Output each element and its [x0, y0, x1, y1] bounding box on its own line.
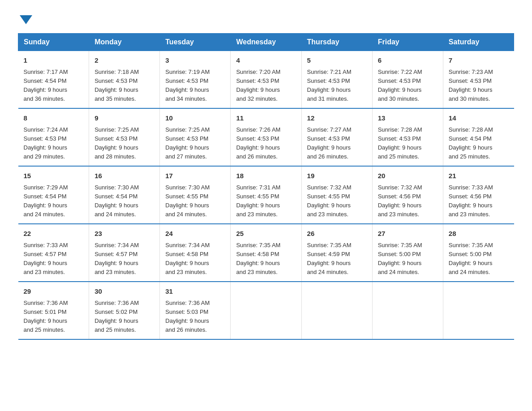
weekday-header-saturday: Saturday: [443, 34, 514, 51]
day-number: 20: [378, 171, 438, 181]
calendar-week-row: 15 Sunrise: 7:29 AMSunset: 4:54 PMDaylig…: [18, 166, 514, 224]
day-number: 8: [24, 113, 84, 124]
day-number: 28: [449, 229, 509, 239]
calendar-cell: 5 Sunrise: 7:21 AMSunset: 4:53 PMDayligh…: [301, 51, 372, 109]
calendar-week-row: 22 Sunrise: 7:33 AMSunset: 4:57 PMDaylig…: [18, 224, 514, 282]
calendar-cell: 30 Sunrise: 7:36 AMSunset: 5:02 PMDaylig…: [89, 282, 160, 339]
calendar-cell: 26 Sunrise: 7:35 AMSunset: 4:59 PMDaylig…: [301, 224, 372, 282]
day-info: Sunrise: 7:32 AMSunset: 4:55 PMDaylight:…: [307, 183, 367, 219]
day-number: 16: [94, 171, 154, 181]
weekday-header-thursday: Thursday: [301, 34, 372, 51]
day-number: 9: [94, 113, 154, 124]
calendar-cell: 7 Sunrise: 7:23 AMSunset: 4:53 PMDayligh…: [443, 51, 514, 109]
calendar-cell: [301, 282, 372, 339]
day-number: 30: [94, 287, 154, 297]
calendar-week-row: 1 Sunrise: 7:17 AMSunset: 4:54 PMDayligh…: [18, 51, 514, 109]
calendar-cell: 15 Sunrise: 7:29 AMSunset: 4:54 PMDaylig…: [18, 166, 89, 224]
calendar-cell: 13 Sunrise: 7:28 AMSunset: 4:53 PMDaylig…: [372, 108, 443, 166]
day-info: Sunrise: 7:17 AMSunset: 4:54 PMDaylight:…: [24, 68, 84, 104]
day-info: Sunrise: 7:36 AMSunset: 5:01 PMDaylight:…: [24, 299, 84, 335]
calendar-cell: 3 Sunrise: 7:19 AMSunset: 4:53 PMDayligh…: [160, 51, 231, 109]
day-number: 17: [165, 171, 225, 181]
page-header: [18, 13, 514, 24]
calendar-table: SundayMondayTuesdayWednesdayThursdayFrid…: [18, 33, 514, 340]
day-info: Sunrise: 7:24 AMSunset: 4:53 PMDaylight:…: [24, 125, 84, 162]
day-info: Sunrise: 7:36 AMSunset: 5:02 PMDaylight:…: [94, 299, 154, 335]
day-number: 1: [24, 56, 84, 66]
day-number: 22: [24, 229, 84, 239]
calendar-cell: 14 Sunrise: 7:28 AMSunset: 4:54 PMDaylig…: [443, 108, 514, 166]
day-number: 19: [307, 171, 367, 181]
weekday-header-sunday: Sunday: [18, 34, 89, 51]
calendar-cell: 31 Sunrise: 7:36 AMSunset: 5:03 PMDaylig…: [160, 282, 231, 339]
calendar-cell: 17 Sunrise: 7:30 AMSunset: 4:55 PMDaylig…: [160, 166, 231, 224]
day-number: 5: [307, 56, 367, 66]
day-number: 15: [24, 171, 84, 181]
day-info: Sunrise: 7:20 AMSunset: 4:53 PMDaylight:…: [236, 68, 296, 104]
day-number: 3: [165, 56, 225, 66]
logo: [18, 13, 32, 24]
day-info: Sunrise: 7:35 AMSunset: 5:00 PMDaylight:…: [449, 241, 509, 277]
calendar-cell: 12 Sunrise: 7:27 AMSunset: 4:53 PMDaylig…: [301, 108, 372, 166]
day-info: Sunrise: 7:33 AMSunset: 4:56 PMDaylight:…: [449, 183, 509, 219]
day-info: Sunrise: 7:36 AMSunset: 5:03 PMDaylight:…: [165, 299, 225, 335]
calendar-cell: 27 Sunrise: 7:35 AMSunset: 5:00 PMDaylig…: [372, 224, 443, 282]
calendar-cell: 4 Sunrise: 7:20 AMSunset: 4:53 PMDayligh…: [231, 51, 301, 109]
day-info: Sunrise: 7:30 AMSunset: 4:55 PMDaylight:…: [165, 183, 225, 219]
day-number: 10: [165, 113, 225, 124]
day-info: Sunrise: 7:33 AMSunset: 4:57 PMDaylight:…: [24, 241, 84, 277]
weekday-header-wednesday: Wednesday: [231, 34, 301, 51]
calendar-cell: 8 Sunrise: 7:24 AMSunset: 4:53 PMDayligh…: [18, 108, 89, 166]
day-info: Sunrise: 7:29 AMSunset: 4:54 PMDaylight:…: [24, 183, 84, 219]
calendar-cell: 11 Sunrise: 7:26 AMSunset: 4:53 PMDaylig…: [231, 108, 301, 166]
day-number: 24: [165, 229, 225, 239]
day-number: 27: [378, 229, 438, 239]
day-number: 7: [449, 56, 509, 66]
day-number: 23: [94, 229, 154, 239]
day-info: Sunrise: 7:25 AMSunset: 4:53 PMDaylight:…: [94, 125, 154, 162]
calendar-cell: [231, 282, 301, 339]
calendar-week-row: 29 Sunrise: 7:36 AMSunset: 5:01 PMDaylig…: [18, 282, 514, 339]
day-info: Sunrise: 7:28 AMSunset: 4:53 PMDaylight:…: [378, 125, 438, 162]
day-number: 6: [378, 56, 438, 66]
day-number: 4: [236, 56, 296, 66]
day-info: Sunrise: 7:18 AMSunset: 4:53 PMDaylight:…: [94, 68, 154, 104]
calendar-cell: 18 Sunrise: 7:31 AMSunset: 4:55 PMDaylig…: [231, 166, 301, 224]
day-info: Sunrise: 7:35 AMSunset: 4:58 PMDaylight:…: [236, 241, 296, 277]
weekday-header-friday: Friday: [372, 34, 443, 51]
calendar-cell: 25 Sunrise: 7:35 AMSunset: 4:58 PMDaylig…: [231, 224, 301, 282]
logo-triangle-icon: [20, 15, 32, 24]
day-number: 29: [24, 287, 84, 297]
calendar-cell: 22 Sunrise: 7:33 AMSunset: 4:57 PMDaylig…: [18, 224, 89, 282]
day-number: 18: [236, 171, 296, 181]
calendar-cell: 16 Sunrise: 7:30 AMSunset: 4:54 PMDaylig…: [89, 166, 160, 224]
calendar-cell: 6 Sunrise: 7:22 AMSunset: 4:53 PMDayligh…: [372, 51, 443, 109]
weekday-header-tuesday: Tuesday: [160, 34, 231, 51]
calendar-week-row: 8 Sunrise: 7:24 AMSunset: 4:53 PMDayligh…: [18, 108, 514, 166]
calendar-header: SundayMondayTuesdayWednesdayThursdayFrid…: [18, 34, 514, 51]
day-info: Sunrise: 7:22 AMSunset: 4:53 PMDaylight:…: [378, 68, 438, 104]
calendar-cell: [372, 282, 443, 339]
weekday-header-monday: Monday: [89, 34, 160, 51]
day-number: 14: [449, 113, 509, 124]
calendar-cell: 9 Sunrise: 7:25 AMSunset: 4:53 PMDayligh…: [89, 108, 160, 166]
calendar-cell: 23 Sunrise: 7:34 AMSunset: 4:57 PMDaylig…: [89, 224, 160, 282]
calendar-cell: 1 Sunrise: 7:17 AMSunset: 4:54 PMDayligh…: [18, 51, 89, 109]
day-info: Sunrise: 7:32 AMSunset: 4:56 PMDaylight:…: [378, 183, 438, 219]
day-info: Sunrise: 7:28 AMSunset: 4:54 PMDaylight:…: [449, 125, 509, 162]
day-info: Sunrise: 7:31 AMSunset: 4:55 PMDaylight:…: [236, 183, 296, 219]
day-info: Sunrise: 7:35 AMSunset: 5:00 PMDaylight:…: [378, 241, 438, 277]
calendar-cell: 24 Sunrise: 7:34 AMSunset: 4:58 PMDaylig…: [160, 224, 231, 282]
day-info: Sunrise: 7:26 AMSunset: 4:53 PMDaylight:…: [236, 125, 296, 162]
day-info: Sunrise: 7:21 AMSunset: 4:53 PMDaylight:…: [307, 68, 367, 104]
day-number: 21: [449, 171, 509, 181]
day-info: Sunrise: 7:27 AMSunset: 4:53 PMDaylight:…: [307, 125, 367, 162]
day-number: 13: [378, 113, 438, 124]
calendar-cell: 19 Sunrise: 7:32 AMSunset: 4:55 PMDaylig…: [301, 166, 372, 224]
calendar-cell: 28 Sunrise: 7:35 AMSunset: 5:00 PMDaylig…: [443, 224, 514, 282]
calendar-cell: 10 Sunrise: 7:25 AMSunset: 4:53 PMDaylig…: [160, 108, 231, 166]
calendar-cell: [443, 282, 514, 339]
calendar-body: 1 Sunrise: 7:17 AMSunset: 4:54 PMDayligh…: [18, 51, 514, 340]
day-info: Sunrise: 7:34 AMSunset: 4:58 PMDaylight:…: [165, 241, 225, 277]
day-number: 11: [236, 113, 296, 124]
